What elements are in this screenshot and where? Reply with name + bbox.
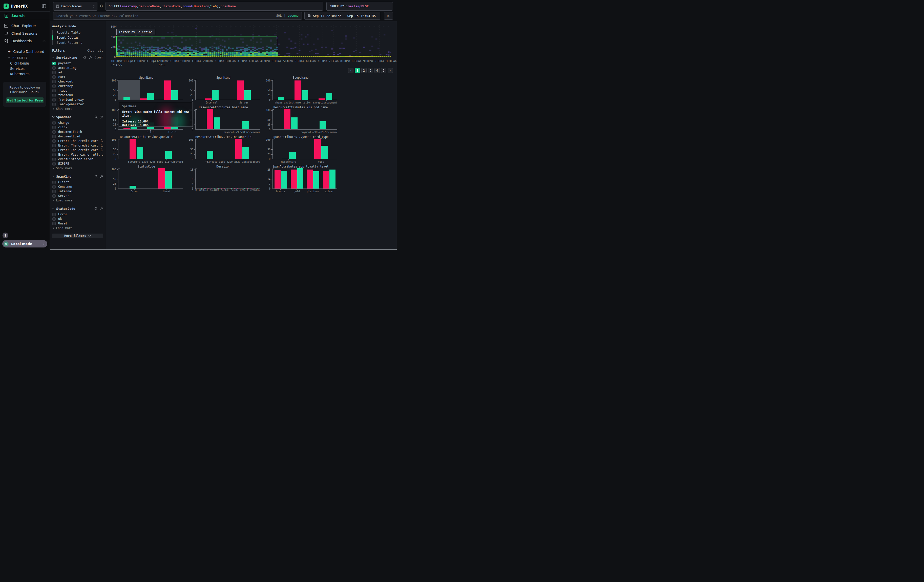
filter-checkbox-row[interactable]: Consumer — [52, 185, 103, 189]
filter-checkbox-row[interactable]: Ok — [52, 217, 103, 221]
preset-services[interactable]: Services — [0, 66, 50, 71]
checkbox[interactable] — [52, 126, 56, 129]
event-density-heatmap[interactable] — [116, 25, 391, 57]
search-icon[interactable] — [94, 207, 98, 210]
sidebar-item-client-sessions[interactable]: Client Sessions — [0, 30, 50, 37]
pagination-page-1[interactable]: 1 — [355, 68, 360, 73]
checkbox[interactable] — [52, 94, 56, 97]
filter-checkbox-row[interactable]: Error: The credit card (… — [52, 143, 103, 148]
show-more-link[interactable]: Show more — [52, 166, 103, 171]
filter-checkbox-row[interactable]: frontend-proxy — [52, 97, 103, 102]
analysis-mode-option[interactable]: Event Deltas — [53, 35, 103, 40]
sidebar-item-chart-explorer[interactable]: Chart Explorer — [0, 22, 50, 30]
filter-checkbox-row[interactable]: load-generator — [52, 102, 103, 107]
filter-checkbox-row[interactable]: payment — [52, 61, 103, 66]
filter-checkbox-row[interactable]: Unset — [52, 221, 103, 226]
search-icon[interactable] — [94, 115, 98, 119]
checkbox[interactable] — [52, 135, 56, 138]
pagination-page-2[interactable]: 2 — [361, 68, 366, 73]
checkbox[interactable] — [52, 84, 56, 88]
sidebar-item-dashboards[interactable]: Dashboards — [0, 37, 50, 45]
sql-toggle[interactable]: SQL — [276, 14, 282, 18]
pin-icon[interactable] — [89, 56, 92, 59]
checkbox[interactable] — [52, 213, 56, 216]
search-icon[interactable] — [94, 175, 98, 178]
filter-checkbox-row[interactable]: currency — [52, 84, 103, 88]
order-by-input[interactable]: ORDER BY Timestamp DESC — [327, 2, 393, 11]
filter-checkbox-row[interactable]: Internal — [52, 189, 103, 194]
filter-checkbox-row[interactable]: Error — [52, 212, 103, 217]
search-input[interactable]: Search your events w/ Lucene ex. column:… — [53, 12, 302, 20]
checkbox[interactable] — [52, 144, 56, 147]
clear-all-button[interactable]: Clear all — [87, 49, 103, 53]
filter-checkbox-row[interactable]: documentLoad — [52, 134, 103, 138]
filter-checkbox-row[interactable]: Error: The credit card (… — [52, 138, 103, 143]
analysis-mode-option[interactable]: Event Patterns — [53, 40, 103, 45]
checkbox[interactable] — [52, 80, 56, 83]
show-more-link[interactable]: Load more — [52, 226, 103, 230]
checkbox[interactable] — [52, 76, 56, 79]
sidebar-item-search[interactable]: Search — [0, 12, 50, 20]
date-range-picker[interactable]: Sep 14 22:04:35 - Sep 15 10:04:35 — [304, 12, 380, 20]
checkbox[interactable] — [52, 181, 56, 184]
checkbox[interactable] — [52, 185, 56, 188]
local-mode-menu[interactable]: U Local mode — [2, 240, 47, 247]
filter-checkbox-row[interactable]: change — [52, 120, 103, 125]
lucene-toggle[interactable]: Lucene — [288, 14, 299, 18]
checkbox[interactable] — [52, 98, 56, 101]
checkbox[interactable] — [52, 222, 56, 225]
checkbox[interactable] — [52, 190, 56, 193]
checkbox[interactable] — [52, 153, 56, 157]
filter-checkbox-row[interactable]: frontend — [52, 93, 103, 97]
checkbox[interactable] — [52, 66, 56, 69]
pagination-page-5[interactable]: 5 — [381, 68, 386, 73]
checkbox[interactable] — [52, 130, 56, 134]
chevron-up-icon[interactable] — [43, 40, 46, 42]
filter-checkbox-row[interactable]: ad — [52, 70, 103, 75]
filter-section-header[interactable]: SpanName — [52, 114, 103, 119]
filter-checkbox-row[interactable]: Server — [52, 194, 103, 198]
source-select[interactable]: Demo Traces — [53, 2, 97, 11]
checkbox[interactable] — [52, 103, 56, 106]
sidebar-collapse-icon[interactable] — [42, 4, 46, 8]
filter-by-selection-button[interactable]: Filter by Selection — [116, 29, 155, 35]
pin-icon[interactable] — [100, 207, 103, 210]
filter-checkbox-row[interactable]: flagd — [52, 88, 103, 93]
filter-section-header[interactable]: SpanKind — [52, 174, 103, 179]
filter-checkbox-row[interactable]: eventListener.error — [52, 157, 103, 162]
filter-checkbox-row[interactable]: accounting — [52, 66, 103, 70]
filter-checkbox-row[interactable]: cart — [52, 75, 103, 79]
pagination-next-button[interactable]: › — [388, 68, 393, 73]
pagination-page-3[interactable]: 3 — [368, 68, 373, 73]
checkbox[interactable] — [52, 89, 56, 92]
checkbox[interactable] — [52, 195, 56, 198]
more-filters-button[interactable]: More filters — [52, 234, 103, 238]
filter-section-header[interactable]: StatusCode — [52, 206, 103, 211]
filter-checkbox-row[interactable]: Error: Visa cache full: … — [52, 152, 103, 157]
pagination-page-4[interactable]: 4 — [375, 68, 380, 73]
checkbox[interactable] — [52, 218, 56, 221]
pagination-prev-button[interactable]: ‹ — [348, 68, 353, 73]
checkbox-checked[interactable] — [52, 62, 56, 65]
filter-checkbox-row[interactable]: checkout — [52, 79, 103, 84]
presets-toggle[interactable]: PRESETS — [0, 55, 50, 61]
get-started-button[interactable]: Get Started for Free — [6, 97, 43, 103]
run-query-button[interactable]: ▷ — [384, 12, 393, 20]
checkbox[interactable] — [52, 162, 56, 165]
filter-section-header[interactable]: ServiceNameClear — [52, 55, 103, 60]
filter-section-clear[interactable]: Clear — [94, 56, 103, 59]
select-query-input[interactable]: SELECT Timestamp, ServiceName, StatusCod… — [106, 2, 323, 11]
filter-checkbox-row[interactable]: click — [52, 125, 103, 130]
show-more-link[interactable]: Show more — [52, 107, 103, 111]
filter-checkbox-row[interactable]: Error: The credit card (… — [52, 148, 103, 152]
pin-icon[interactable] — [100, 115, 103, 119]
heatmap-selection-box[interactable] — [117, 36, 277, 53]
preset-kubernetes[interactable]: Kubernetes — [0, 71, 50, 76]
gear-icon[interactable]: ⚙ — [100, 4, 103, 8]
create-dashboard-button[interactable]: + Create Dashboard — [0, 48, 50, 55]
horizontal-scrollbar[interactable] — [50, 249, 397, 250]
filter-checkbox-row[interactable]: documentFetch — [52, 130, 103, 134]
analysis-mode-option[interactable]: Results Table — [53, 30, 103, 35]
show-more-link[interactable]: Load more — [52, 198, 103, 203]
preset-clickhouse[interactable]: ClickHouse — [0, 61, 50, 66]
